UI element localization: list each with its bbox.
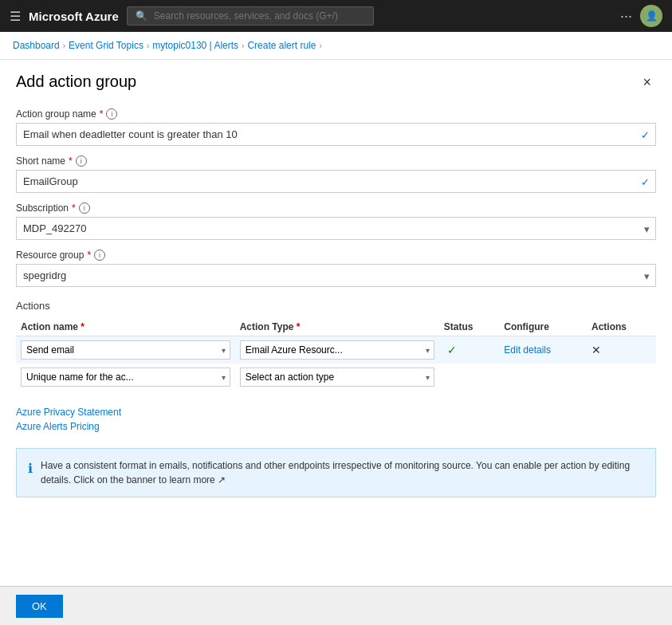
short-name-input-wrapper: ✓: [16, 170, 656, 193]
col-action-name: Action name *: [16, 318, 235, 336]
col-status: Status: [439, 318, 500, 336]
action-group-name-info-icon[interactable]: i: [106, 108, 117, 120]
action-group-name-label: Action group name * i: [16, 108, 656, 120]
subscription-dropdown-wrapper: MDP_492270: [16, 217, 656, 240]
search-icon: 🔍: [136, 10, 147, 22]
footer-links: Azure Privacy Statement Azure Alerts Pri…: [16, 407, 656, 432]
actions-table: Action name * Action Type * Status Confi…: [16, 318, 656, 391]
user-avatar[interactable]: 👤: [640, 5, 662, 27]
empty-action-name-dropdown[interactable]: Unique name for the ac...: [21, 368, 230, 387]
breadcrumb-sep-3: ›: [242, 41, 244, 50]
table-row: Send email Email Azure Resourc... ✓: [16, 336, 656, 364]
configure-cell: Edit details: [499, 336, 587, 364]
subscription-dropdown[interactable]: MDP_492270: [16, 217, 656, 240]
close-button[interactable]: ×: [638, 73, 656, 92]
resource-group-group: Resource group * i spegridrg: [16, 250, 656, 287]
empty-status-cell: [439, 364, 500, 391]
actions-section: Actions Action name * Action Type * Stat…: [16, 300, 656, 391]
action-name-dropdown[interactable]: Send email: [21, 340, 230, 360]
privacy-statement-link[interactable]: Azure Privacy Statement: [16, 407, 656, 418]
breadcrumb-sep-4: ›: [319, 41, 321, 50]
action-type-dropdown-wrapper: Email Azure Resourc...: [240, 340, 434, 360]
action-group-name-check-icon: ✓: [641, 128, 650, 140]
col-configure: Configure: [499, 318, 587, 336]
required-marker: *: [100, 108, 104, 120]
breadcrumb-sep-2: ›: [147, 41, 149, 50]
empty-action-name-wrapper: Unique name for the ac...: [21, 368, 230, 387]
resource-group-info-icon[interactable]: i: [94, 250, 105, 261]
table-header-row: Action name * Action Type * Status Confi…: [16, 318, 656, 336]
breadcrumb-create-alert[interactable]: Create alert rule: [247, 40, 316, 51]
status-check-icon: ✓: [447, 344, 457, 356]
short-name-info-icon[interactable]: i: [76, 155, 87, 167]
subscription-label: Subscription * i: [16, 202, 656, 214]
action-name-cell: Send email: [16, 336, 235, 364]
actions-cell: ✕: [587, 336, 656, 364]
hamburger-icon[interactable]: ☰: [10, 9, 21, 24]
main-content: Add action group × Action group name * i…: [0, 60, 672, 586]
col-actions: Actions: [587, 318, 656, 336]
dialog-title: Add action group: [16, 73, 136, 91]
edit-details-link[interactable]: Edit details: [504, 344, 551, 356]
alerts-pricing-link[interactable]: Azure Alerts Pricing: [16, 421, 656, 432]
empty-actions-cell: [587, 364, 656, 391]
info-box-text: Have a consistent format in emails, noti…: [41, 458, 644, 487]
subscription-info-icon[interactable]: i: [79, 202, 90, 214]
action-type-dropdown[interactable]: Email Azure Resourc...: [240, 340, 434, 360]
action-group-name-input[interactable]: [16, 123, 656, 146]
short-name-required: *: [69, 155, 73, 167]
bottom-bar: OK: [0, 586, 672, 625]
action-group-name-input-wrapper: ✓: [16, 123, 656, 146]
resource-group-label: Resource group * i: [16, 250, 656, 261]
short-name-check-icon: ✓: [641, 175, 650, 187]
action-group-name-group: Action group name * i ✓: [16, 108, 656, 146]
delete-row-icon[interactable]: ✕: [591, 344, 601, 356]
dialog-header: Add action group ×: [16, 73, 656, 92]
action-type-cell: Email Azure Resourc...: [235, 336, 439, 364]
empty-action-type-cell: Select an action type: [235, 364, 439, 391]
empty-configure-cell: [499, 364, 587, 391]
breadcrumb-alerts[interactable]: mytopic0130 | Alerts: [152, 40, 238, 51]
search-input[interactable]: [154, 10, 366, 22]
table-row-empty: Unique name for the ac... Select an acti…: [16, 364, 656, 391]
short-name-group: Short name * i ✓: [16, 155, 656, 193]
breadcrumb: Dashboard › Event Grid Topics › mytopic0…: [0, 32, 672, 60]
info-box-icon: ℹ: [28, 459, 33, 487]
short-name-input[interactable]: [16, 170, 656, 193]
search-bar[interactable]: 🔍: [127, 6, 375, 26]
breadcrumb-dashboard[interactable]: Dashboard: [13, 40, 60, 51]
learn-more-link-icon: ↗: [218, 474, 226, 485]
empty-action-type-wrapper: Select an action type: [240, 368, 434, 387]
top-navigation: ☰ Microsoft Azure 🔍 ··· 👤: [0, 0, 672, 32]
subscription-required: *: [72, 202, 76, 214]
brand-logo: Microsoft Azure: [29, 10, 119, 23]
col-action-type: Action Type *: [235, 318, 439, 336]
breadcrumb-event-grid[interactable]: Event Grid Topics: [69, 40, 143, 51]
subscription-group: Subscription * i MDP_492270: [16, 202, 656, 240]
actions-section-label: Actions: [16, 300, 656, 312]
breadcrumb-sep-1: ›: [63, 41, 65, 50]
action-name-dropdown-wrapper: Send email: [21, 340, 230, 360]
empty-action-type-dropdown[interactable]: Select an action type: [240, 368, 434, 387]
more-options-icon[interactable]: ···: [620, 8, 632, 25]
ok-button[interactable]: OK: [16, 595, 63, 618]
info-box: ℹ Have a consistent format in emails, no…: [16, 448, 656, 497]
status-cell: ✓: [439, 336, 500, 364]
resource-group-dropdown-wrapper: spegridrg: [16, 264, 656, 287]
short-name-label: Short name * i: [16, 155, 656, 167]
empty-action-name-cell: Unique name for the ac...: [16, 364, 235, 391]
resource-group-dropdown[interactable]: spegridrg: [16, 264, 656, 287]
resource-group-required: *: [87, 250, 91, 261]
